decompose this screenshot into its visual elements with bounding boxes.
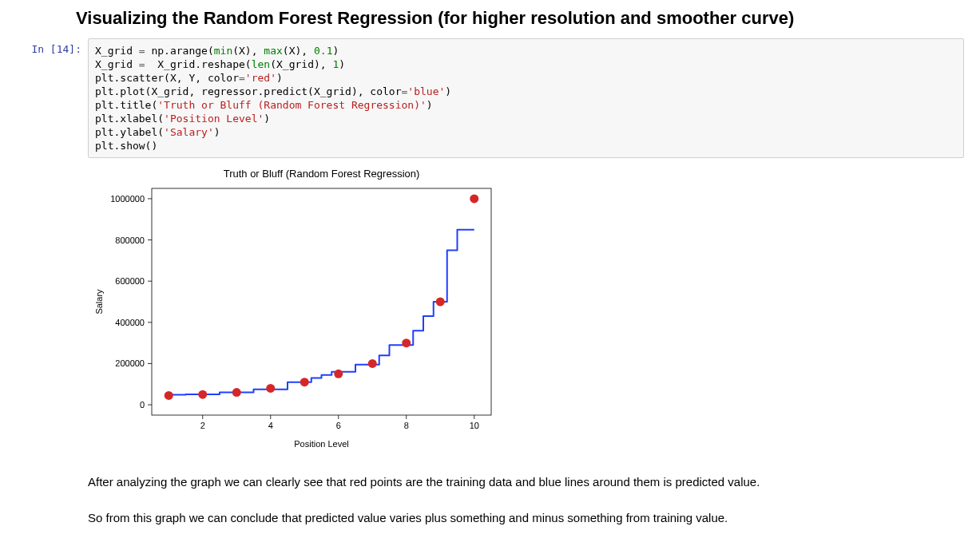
chart-output: Truth or Bluff (Random Forest Regression… — [88, 163, 503, 453]
code-input-area[interactable]: X_grid = np.arange(min(X), max(X), 0.1) … — [88, 38, 964, 158]
svg-point-33 — [402, 338, 411, 347]
prose-paragraph: So from this graph we can conclude that … — [88, 509, 964, 528]
prose-paragraph: After analyzing the graph we can clearly… — [88, 473, 964, 492]
svg-text:0: 0 — [140, 400, 145, 410]
svg-point-34 — [436, 298, 445, 307]
output-cell: Truth or Bluff (Random Forest Regression… — [16, 163, 964, 453]
svg-point-28 — [232, 388, 241, 397]
svg-point-26 — [165, 391, 173, 400]
svg-text:6: 6 — [336, 421, 341, 430]
svg-point-32 — [368, 359, 377, 368]
svg-text:8: 8 — [404, 421, 409, 430]
svg-point-29 — [266, 384, 275, 393]
svg-text:Position Level: Position Level — [294, 439, 349, 449]
chart: Truth or Bluff (Random Forest Regression… — [88, 166, 503, 453]
svg-text:Salary: Salary — [94, 289, 104, 315]
code-cell: In [14]: X_grid = np.arange(min(X), max(… — [16, 38, 964, 158]
analysis-text: After analyzing the graph we can clearly… — [88, 473, 964, 527]
svg-text:600000: 600000 — [115, 276, 145, 286]
svg-point-31 — [334, 370, 343, 378]
svg-text:1000000: 1000000 — [110, 194, 145, 204]
svg-point-35 — [470, 194, 478, 203]
svg-point-30 — [300, 378, 309, 386]
section-heading: Visualizing the Random Forest Regression… — [16, 8, 964, 29]
code-block: X_grid = np.arange(min(X), max(X), 0.1) … — [95, 44, 957, 152]
svg-point-27 — [198, 390, 207, 399]
svg-text:2: 2 — [200, 421, 205, 430]
svg-text:10: 10 — [470, 421, 479, 430]
svg-text:800000: 800000 — [115, 235, 145, 245]
svg-text:4: 4 — [268, 421, 273, 430]
input-prompt: In [14]: — [16, 38, 88, 55]
svg-text:400000: 400000 — [115, 318, 145, 327]
svg-text:200000: 200000 — [115, 358, 145, 368]
svg-text:Truth or Bluff (Random Forest : Truth or Bluff (Random Forest Regression… — [224, 168, 420, 180]
